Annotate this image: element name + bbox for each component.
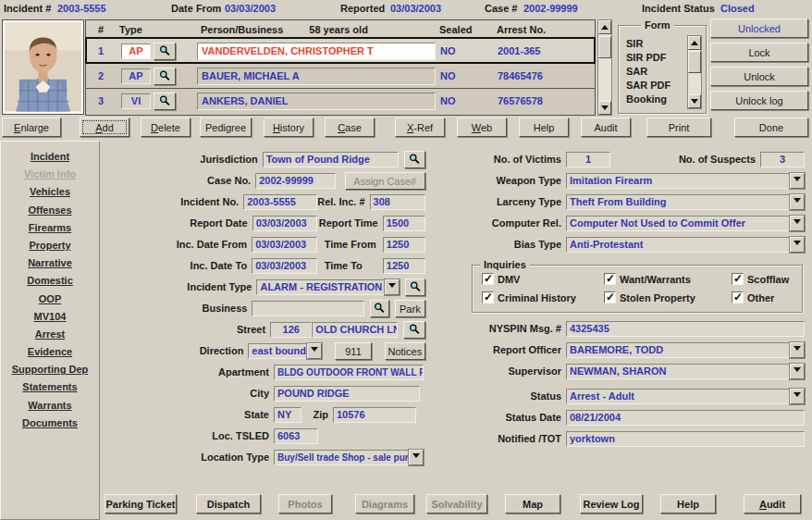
form-list-scrollbar[interactable] <box>687 35 702 109</box>
checkbox-icon[interactable] <box>482 273 494 285</box>
supervisor-select[interactable]: NEWMAN, SHARON <box>566 364 805 379</box>
pedigree-button[interactable]: Pedigree <box>200 118 252 137</box>
checkbox-icon[interactable] <box>604 273 616 285</box>
time-from-field[interactable]: 1250 <box>383 237 425 253</box>
case-no-field[interactable]: 2002-99999 <box>255 173 335 189</box>
person-name-field[interactable]: VANDERVELDEN, CHRISTOPHER T <box>197 43 436 60</box>
form-list-item[interactable]: SIR PDF <box>626 51 683 65</box>
chevron-down-icon[interactable] <box>790 342 805 358</box>
help-button[interactable]: Help <box>519 118 569 137</box>
chevron-down-icon[interactable] <box>307 343 322 359</box>
history-button[interactable]: History <box>264 118 314 137</box>
person-name-field[interactable]: ANKERS, DANIEL <box>197 93 436 110</box>
persons-table-scrollbar[interactable] <box>597 19 612 116</box>
apartment-field[interactable]: BLDG OUTDOOR FRONT WALL RIGHT <box>274 365 424 380</box>
table-row[interactable]: 1 AP VANDERVELDEN, CHRISTOPHER T NO 2001… <box>86 38 595 63</box>
person-lookup-button[interactable] <box>154 43 176 60</box>
nyspin-field[interactable]: 4325435 <box>566 321 805 337</box>
sidebar-item-victim-info[interactable]: Victim Info <box>24 168 76 180</box>
diagrams-button[interactable]: Diagrams <box>355 494 414 514</box>
person-lookup-button[interactable] <box>154 68 176 85</box>
weapon-type-select[interactable]: Imitation Firearm <box>566 173 805 189</box>
sidebar-item-mv104[interactable]: MV104 <box>34 311 67 322</box>
scrollbar-thumb[interactable] <box>688 51 701 73</box>
help-button-bottom[interactable]: Help <box>660 494 716 514</box>
table-row[interactable]: 3 VI ANKERS, DANIEL NO 76576578 <box>86 88 595 113</box>
report-time-field[interactable]: 1500 <box>383 216 425 231</box>
chevron-down-icon[interactable] <box>790 194 805 210</box>
computer-rel-select[interactable]: Computer Not Used to Commit Offer <box>566 216 805 231</box>
report-officer-select[interactable]: BAREMORE, TODD <box>566 342 805 358</box>
sidebar-item-offenses[interactable]: Offenses <box>28 204 71 216</box>
sidebar-item-statements[interactable]: Statements <box>22 381 77 392</box>
case-button[interactable]: Case <box>325 118 375 137</box>
business-search-button[interactable] <box>370 300 389 317</box>
checkbox-stolen-property[interactable]: Stolen Property <box>604 291 732 303</box>
review-log-button[interactable]: Review Log <box>580 494 643 514</box>
incident-no-field[interactable]: 2003-5555 <box>243 194 317 210</box>
unlock-log-button[interactable]: Unlock log <box>710 91 808 110</box>
checkbox-dmv[interactable]: DMV <box>482 273 604 285</box>
assign-case-button[interactable]: Assign Case# <box>345 172 425 190</box>
form-list-item[interactable]: Booking <box>626 93 683 106</box>
checkbox-icon[interactable] <box>604 291 616 303</box>
sidebar-item-oop[interactable]: OOP <box>39 293 61 304</box>
person-lookup-button[interactable] <box>154 93 176 110</box>
add-button[interactable]: Add <box>80 118 129 137</box>
status-select[interactable]: Arrest - Adult <box>566 389 805 404</box>
dispatch-button[interactable]: Dispatch <box>196 494 261 514</box>
unlock-button[interactable]: Unlock <box>710 67 808 86</box>
business-field[interactable] <box>252 301 363 316</box>
911-button[interactable]: 911 <box>335 342 371 360</box>
photos-button[interactable]: Photos <box>278 494 332 514</box>
xref-button[interactable]: X-Ref <box>395 118 445 137</box>
location-type-select[interactable]: Buy/Sell trade Shop - sale purcha <box>274 450 424 465</box>
report-date-field[interactable]: 03/03/2003 <box>252 216 318 231</box>
person-name-field[interactable]: BAUER, MICHAEL A <box>197 68 436 85</box>
chevron-down-icon[interactable] <box>790 237 805 253</box>
chevron-down-icon[interactable] <box>409 450 424 465</box>
lock-button[interactable]: Lock <box>710 43 808 62</box>
form-list-item[interactable]: SAR PDF <box>626 79 683 93</box>
no-suspects-field[interactable]: 3 <box>760 152 805 167</box>
person-type-field[interactable]: AP <box>121 68 151 84</box>
chevron-down-icon[interactable] <box>790 173 805 189</box>
larceny-type-select[interactable]: Theft From Building <box>566 194 805 210</box>
lock-status-button[interactable]: Unlocked <box>710 19 808 38</box>
chevron-down-icon[interactable] <box>790 389 805 404</box>
map-button[interactable]: Map <box>505 494 560 514</box>
street-number-field[interactable]: 126 <box>270 322 312 338</box>
jurisdiction-field[interactable]: Town of Pound Ridge <box>263 152 400 167</box>
checkbox-want-warrants[interactable]: Want/Warrants <box>604 273 732 285</box>
person-type-field[interactable]: AP <box>121 43 151 59</box>
scroll-down-icon[interactable] <box>688 94 701 108</box>
status-date-field[interactable]: 08/21/2004 <box>566 410 805 426</box>
done-button[interactable]: Done <box>734 118 808 137</box>
sidebar-item-firearms[interactable]: Firearms <box>29 222 71 233</box>
checkbox-criminal-history[interactable]: Criminal History <box>482 291 604 303</box>
street-name-field[interactable]: OLD CHURCH LN <box>312 322 398 338</box>
chevron-down-icon[interactable] <box>790 216 805 231</box>
notices-button[interactable]: Notices <box>385 342 425 360</box>
scrollbar-thumb[interactable] <box>598 36 611 58</box>
sidebar-item-vehicles[interactable]: Vehicles <box>30 186 70 197</box>
sidebar-item-narrative[interactable]: Narrative <box>28 257 72 268</box>
notified-tot-field[interactable]: yorktown <box>566 431 805 447</box>
solvability-button[interactable]: Solvability <box>426 494 487 514</box>
sidebar-item-incident[interactable]: Incident <box>31 151 69 162</box>
bias-type-select[interactable]: Anti-Protestant <box>566 237 805 253</box>
scroll-down-icon[interactable] <box>598 101 611 115</box>
scroll-up-icon[interactable] <box>688 36 701 50</box>
chevron-down-icon[interactable] <box>385 279 400 295</box>
inc-date-to-field[interactable]: 03/03/2003 <box>252 258 317 274</box>
audit-button-bottom[interactable]: Audit <box>744 494 801 514</box>
checkbox-icon[interactable] <box>732 291 744 303</box>
checkbox-other[interactable]: Other <box>732 291 806 303</box>
sidebar-item-documents[interactable]: Documents <box>22 417 78 428</box>
sidebar-item-supporting-dep[interactable]: Supporting Dep <box>12 364 89 375</box>
person-type-field[interactable]: VI <box>121 93 151 109</box>
enlarge-button[interactable]: Enlarge <box>2 118 61 137</box>
time-to-field[interactable]: 1250 <box>383 258 425 274</box>
inc-date-from-field[interactable]: 03/03/2003 <box>252 237 317 253</box>
delete-button[interactable]: Delete <box>141 118 191 137</box>
